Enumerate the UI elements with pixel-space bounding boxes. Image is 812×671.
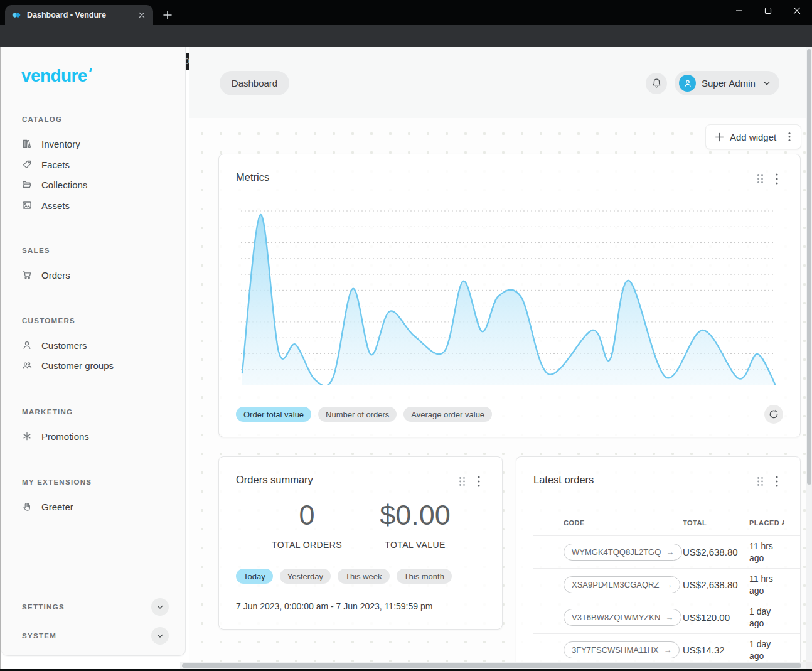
range-tab-yesterday[interactable]: Yesterday — [280, 569, 331, 584]
arrow-right-icon: → — [664, 580, 672, 589]
range-tab-this-week[interactable]: This week — [338, 569, 390, 584]
sidebar-item-customer-groups[interactable]: Customer groups — [22, 358, 178, 373]
sidebar-item-label: Orders — [41, 270, 70, 281]
horizontal-scrollbar[interactable] — [180, 662, 806, 669]
range-tab-this-month[interactable]: This month — [397, 569, 452, 584]
table-header-row: CODE TOTAL PLACED AT — [533, 510, 800, 536]
chevron-down-icon — [156, 631, 164, 640]
arrow-right-icon: → — [665, 613, 673, 622]
order-total: US$120.00 — [683, 612, 749, 623]
facets-icon — [22, 159, 32, 169]
window-minimize-button[interactable] — [730, 3, 749, 18]
vendure-logo: vendure — [21, 66, 87, 86]
metrics-tab-order-total-value[interactable]: Order total value — [236, 407, 311, 422]
orders-summary-title: Orders summary — [236, 474, 313, 486]
metrics-widget: Metrics Order total value Numb — [218, 154, 801, 437]
drag-handle-icon[interactable] — [757, 476, 764, 486]
system-label: SYSTEM — [22, 632, 56, 640]
window-maximize-button[interactable] — [759, 3, 777, 18]
sidebar-item-label: Assets — [41, 200, 70, 211]
system-expand-button[interactable] — [151, 627, 169, 645]
window-close-button[interactable] — [788, 3, 806, 18]
latest-orders-menu-button[interactable] — [771, 475, 783, 488]
sidebar-item-label: Customers — [41, 340, 87, 351]
order-placed-at: 1 day ago — [749, 606, 784, 628]
user-menu-button[interactable]: Super Admin — [675, 71, 779, 95]
order-placed-at: 1 day ago — [749, 638, 784, 661]
tab-title: Dashboard • Vendure — [27, 11, 137, 19]
vertical-scrollbar-thumb[interactable] — [807, 49, 811, 485]
vertical-scrollbar[interactable] — [806, 47, 812, 662]
vendure-favicon-icon — [11, 10, 21, 20]
drag-handle-icon[interactable] — [459, 476, 466, 486]
notifications-button[interactable] — [646, 73, 667, 94]
total-value-label: TOTAL VALUE — [360, 540, 470, 550]
table-row: V3T6BW8ZQLWMYZKN→ US$120.00 1 day ago — [533, 601, 800, 634]
chevron-down-icon — [762, 79, 771, 88]
sidebar-item-facets[interactable]: Facets — [22, 157, 178, 172]
order-code: 3FY7FSCWSHMA11HX — [572, 645, 658, 655]
chevron-down-icon — [156, 603, 164, 611]
sidebar-section-catalog: CATALOG — [22, 115, 62, 123]
sidebar: vendure CATALOG Inventory Facets Collect… — [1, 47, 186, 656]
order-code: WYMGK4TQQ8JL2TGQ — [572, 547, 661, 557]
add-widget-label: Add widget — [730, 132, 779, 142]
order-total: US$14.32 — [683, 645, 749, 655]
sidebar-item-collections[interactable]: Collections — [22, 177, 178, 192]
promotions-icon — [22, 431, 32, 441]
metrics-menu-button[interactable] — [771, 173, 783, 185]
customer-icon — [22, 340, 32, 350]
order-placed-at: 11 hrs ago — [749, 540, 784, 563]
user-avatar-icon — [683, 78, 693, 89]
latest-orders-title: Latest orders — [533, 474, 594, 486]
sidebar-section-my-extensions: MY EXTENSIONS — [22, 478, 92, 486]
drag-handle-icon[interactable] — [757, 174, 764, 184]
sidebar-item-customers[interactable]: Customers — [22, 338, 178, 353]
sidebar-item-inventory[interactable]: Inventory — [22, 136, 178, 151]
horizontal-scrollbar-thumb[interactable] — [182, 663, 801, 668]
sidebar-item-orders[interactable]: Orders — [22, 267, 178, 282]
bell-icon — [651, 78, 662, 89]
customer-groups-icon — [22, 360, 32, 370]
page-title-button[interactable]: Dashboard — [220, 71, 289, 95]
column-header-placed-at: PLACED AT — [749, 519, 784, 527]
order-total: US$2,638.80 — [683, 579, 749, 590]
order-total: US$2,638.80 — [683, 547, 749, 557]
range-tab-today[interactable]: Today — [236, 569, 273, 584]
add-widget-kebab-icon[interactable] — [784, 131, 794, 142]
sidebar-item-greeter[interactable]: Greeter — [22, 499, 178, 514]
settings-expand-button[interactable] — [151, 598, 169, 616]
refresh-button[interactable] — [764, 405, 783, 424]
user-avatar — [679, 75, 696, 92]
date-range-text: 7 Jun 2023, 0:00:00 am - 7 Jun 2023, 11:… — [236, 601, 432, 611]
browser-tab[interactable]: Dashboard • Vendure — [5, 5, 153, 25]
add-widget-button[interactable]: Add widget — [705, 124, 801, 149]
order-code-button[interactable]: XSA9PD4LM3CGAQRZ→ — [564, 576, 680, 593]
assets-icon — [22, 200, 32, 210]
sidebar-section-settings[interactable]: SETTINGS — [22, 598, 169, 616]
metrics-tab-number-of-orders[interactable]: Number of orders — [318, 407, 397, 422]
sidebar-item-label: Inventory — [41, 139, 80, 149]
order-code-button[interactable]: 3FY7FSCWSHMA11HX→ — [564, 641, 680, 658]
scrollbar-corner — [806, 662, 812, 669]
order-code: XSA9PD4LM3CGAQRZ — [572, 580, 659, 589]
page-header: Dashboard Super Admin — [189, 47, 806, 118]
latest-orders-table: CODE TOTAL PLACED AT WYMGK4TQQ8JL2TGQ→ U… — [516, 510, 800, 662]
settings-label: SETTINGS — [22, 603, 65, 611]
order-placed-at: 11 hrs ago — [749, 573, 784, 596]
metrics-tab-average-order-value[interactable]: Average order value — [403, 407, 492, 422]
column-header-code: CODE — [564, 519, 683, 527]
orders-summary-menu-button[interactable] — [473, 475, 484, 488]
sidebar-item-label: Facets — [41, 159, 70, 170]
dashboard-content: Add widget Metrics — [189, 118, 806, 662]
sidebar-section-system[interactable]: SYSTEM — [22, 627, 169, 645]
metrics-chart — [241, 208, 776, 385]
tab-close-button[interactable] — [137, 10, 147, 20]
sidebar-item-promotions[interactable]: Promotions — [22, 429, 178, 444]
sidebar-divider — [22, 576, 169, 576]
new-tab-button[interactable] — [161, 8, 174, 22]
arrow-right-icon: → — [666, 547, 674, 557]
sidebar-item-assets[interactable]: Assets — [22, 198, 178, 213]
order-code-button[interactable]: WYMGK4TQQ8JL2TGQ→ — [564, 544, 682, 561]
order-code-button[interactable]: V3T6BW8ZQLWMYZKN→ — [564, 609, 681, 626]
